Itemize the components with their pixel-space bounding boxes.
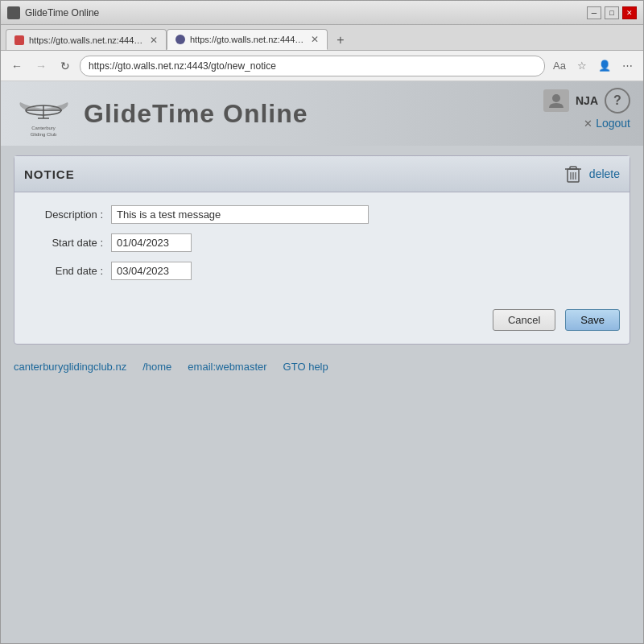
- window-title: GlideTime Online: [25, 7, 99, 19]
- start-date-label: Start date :: [31, 237, 111, 249]
- notice-form: Description : Start date : End date :: [14, 192, 630, 303]
- description-row: Description :: [31, 205, 613, 224]
- end-date-input[interactable]: [111, 262, 192, 280]
- close-button[interactable]: ✕: [622, 6, 637, 19]
- back-button[interactable]: ←: [7, 56, 27, 76]
- start-date-row: Start date :: [31, 233, 613, 252]
- footer-links: canterburyglidingclub.nz /home email:web…: [14, 357, 630, 376]
- maximize-button[interactable]: □: [605, 6, 619, 19]
- logout-button[interactable]: Logout: [596, 117, 630, 130]
- tab-bar: https://gto.walls.net.nz:4443/gto ✕ http…: [1, 25, 643, 51]
- minimize-button[interactable]: ─: [587, 6, 601, 19]
- tab-close-2[interactable]: ✕: [311, 34, 319, 45]
- page-content: NOTICE delete: [1, 146, 643, 643]
- menu-icon[interactable]: ⋯: [617, 56, 637, 76]
- tab-close-1[interactable]: ✕: [150, 35, 158, 46]
- tab-title-1: https://gto.walls.net.nz:4443/gto: [29, 35, 145, 45]
- notice-actions: delete: [564, 163, 620, 185]
- refresh-button[interactable]: ↻: [56, 56, 75, 76]
- address-icons: Aa ☆ 👤 ⋯: [550, 56, 637, 76]
- tab-1[interactable]: https://gto.walls.net.nz:4443/gto ✕: [6, 29, 167, 50]
- footer-link-email[interactable]: email:webmaster: [188, 361, 266, 373]
- club-logo: Canterbury Gliding Club: [14, 88, 74, 140]
- svg-rect-9: [570, 167, 576, 169]
- window-icon: [7, 6, 20, 19]
- bookmark-icon[interactable]: ☆: [572, 56, 592, 76]
- footer-link-home[interactable]: /home: [142, 361, 171, 373]
- end-date-label: End date :: [31, 265, 111, 277]
- app-header: Canterbury Gliding Club GlideTime Online…: [1, 81, 643, 146]
- logout-area: ✕ Logout: [584, 117, 630, 130]
- cancel-button[interactable]: Cancel: [493, 309, 555, 331]
- svg-text:Gliding  Club: Gliding Club: [31, 132, 57, 137]
- start-date-input[interactable]: [111, 233, 192, 252]
- svg-point-6: [552, 94, 560, 102]
- help-button[interactable]: ?: [605, 88, 630, 114]
- user-area: NJA ?: [543, 88, 630, 114]
- description-label: Description :: [31, 208, 111, 221]
- tab-title-2: https://gto.walls.net.nz:4443/gto: [190, 35, 306, 44]
- svg-text:Canterbury: Canterbury: [31, 126, 56, 130]
- description-input[interactable]: [111, 205, 369, 224]
- end-date-row: End date :: [31, 262, 613, 280]
- app-title: GlideTime Online: [84, 99, 308, 129]
- notice-title: NOTICE: [24, 167, 75, 181]
- title-bar: GlideTime Online ─ □ ✕: [1, 1, 643, 25]
- username-label: NJA: [576, 94, 598, 107]
- footer-link-gto-help[interactable]: GTO help: [283, 361, 328, 373]
- notice-header: NOTICE delete: [14, 156, 630, 192]
- tab-2[interactable]: https://gto.walls.net.nz:4443/gto ✕: [167, 29, 328, 50]
- tab-favicon-1: [14, 35, 24, 45]
- user-icon: [543, 89, 569, 112]
- tab-favicon-2: [175, 35, 185, 44]
- reader-mode-icon[interactable]: Aa: [550, 56, 569, 76]
- user-profile-icon[interactable]: 👤: [595, 56, 614, 76]
- logo-area: Canterbury Gliding Club GlideTime Online: [14, 88, 308, 140]
- footer-link-club[interactable]: canterburyglidingclub.nz: [14, 361, 126, 373]
- browser-window: GlideTime Online ─ □ ✕ https://gto.walls…: [0, 0, 644, 644]
- address-bar: ← → ↻ Aa ☆ 👤 ⋯: [1, 51, 643, 81]
- delete-icon[interactable]: [564, 163, 583, 185]
- notice-card: NOTICE delete: [14, 155, 630, 345]
- header-right: NJA ? ✕ Logout: [543, 88, 630, 130]
- save-button[interactable]: Save: [565, 309, 620, 331]
- delete-button[interactable]: delete: [589, 167, 620, 180]
- form-actions: Cancel Save: [14, 303, 630, 344]
- new-tab-button[interactable]: +: [331, 31, 350, 50]
- address-input[interactable]: [80, 56, 545, 76]
- window-controls: ─ □ ✕: [587, 6, 637, 19]
- forward-button[interactable]: →: [31, 56, 51, 76]
- logout-x-icon: ✕: [584, 118, 592, 130]
